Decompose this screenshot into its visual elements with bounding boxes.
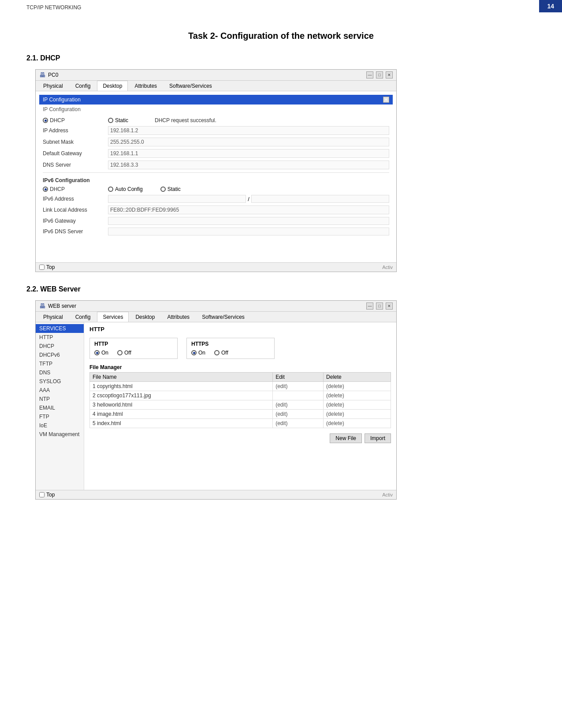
web-restore-button[interactable]: □	[376, 302, 383, 310]
web-minimize-button[interactable]: ―	[366, 302, 373, 310]
sidebar-item-services[interactable]: SERVICES	[36, 324, 84, 333]
ipv6-dns-value[interactable]	[108, 228, 389, 235]
dhcp-radio[interactable]	[43, 118, 48, 123]
top-checkbox[interactable]	[39, 265, 45, 270]
tab-physical[interactable]: Physical	[37, 81, 69, 91]
dhcp-option: DHCP	[43, 117, 104, 123]
sidebar-item-email[interactable]: EMAIL	[36, 403, 84, 412]
https-off-radio[interactable]	[214, 350, 220, 355]
sidebar-item-ftp[interactable]: FTP	[36, 412, 84, 421]
table-row: 3 helloworld.html(edit)(delete)	[90, 400, 391, 410]
file-delete-cell[interactable]: (delete)	[324, 419, 391, 428]
main-title: Task 2- Configuration of the network ser…	[26, 31, 536, 41]
sidebar-item-tftp[interactable]: TFTP	[36, 359, 84, 368]
minimize-button[interactable]: ―	[366, 71, 373, 78]
web-tab-services[interactable]: Services	[97, 312, 129, 322]
file-edit-cell[interactable]: (edit)	[273, 410, 324, 419]
file-table: File Name Edit Delete 1 copyrights.html(…	[89, 372, 391, 428]
http-off-radio[interactable]	[117, 350, 123, 355]
ip-address-value[interactable]: 192.168.1.2	[108, 126, 389, 135]
table-row: 5 index.html(edit)(delete)	[90, 419, 391, 428]
file-delete-cell[interactable]: (delete)	[324, 400, 391, 410]
web-tab-desktop[interactable]: Desktop	[130, 312, 160, 322]
tab-config[interactable]: Config	[70, 81, 97, 91]
file-edit-cell[interactable]: (edit)	[273, 400, 324, 410]
sidebar-item-syslog[interactable]: SYSLOG	[36, 377, 84, 386]
top-checkbox-container: Top	[39, 264, 55, 270]
tab-attributes[interactable]: Attributes	[129, 81, 163, 91]
file-edit-cell[interactable]: (edit)	[273, 419, 324, 428]
pc0-window: 🖶 PC0 ― □ ✕ Physical Config Desktop Attr…	[35, 69, 397, 272]
ipv6-prefix-value[interactable]	[251, 195, 389, 203]
dns-server-value[interactable]: 192.168.3.3	[108, 161, 389, 169]
https-off-option: Off	[214, 350, 228, 356]
http-on-radio[interactable]	[94, 350, 100, 355]
file-edit-cell[interactable]: (edit)	[273, 382, 324, 391]
ipv6-dhcp-radio[interactable]	[43, 187, 48, 192]
gateway-row: Default Gateway 192.168.1.1	[39, 148, 393, 159]
link-local-value[interactable]: FE80::20D:BDFF:FED9:9965	[108, 205, 389, 214]
web-title-text: WEB server	[48, 303, 76, 309]
sidebar-item-dhcpv6[interactable]: DHCPv6	[36, 351, 84, 359]
web-window-controls: ― □ ✕	[366, 302, 393, 310]
sidebar-item-aaa[interactable]: AAA	[36, 386, 84, 395]
ipv6-dhcp-option: DHCP	[43, 186, 104, 192]
http-off-label: Off	[124, 350, 131, 356]
https-on-radio[interactable]	[191, 350, 197, 355]
http-toggle-row: On Off	[94, 350, 173, 356]
web-tab-config[interactable]: Config	[70, 312, 97, 322]
ip-address-row: IP Address 192.168.1.2	[39, 125, 393, 136]
ip-config-close[interactable]: ✕	[383, 97, 389, 103]
web-tab-attributes[interactable]: Attributes	[161, 312, 195, 322]
ipv6-autoconfig-option: Auto Config	[108, 186, 143, 192]
file-delete-cell[interactable]: (delete)	[324, 391, 391, 400]
ip-config-subheader: IP Configuration	[39, 105, 393, 113]
ipv6-address-value[interactable]	[108, 195, 246, 203]
restore-button[interactable]: □	[376, 71, 383, 78]
pc0-title: PC0	[48, 72, 58, 78]
file-manager-title: File Manager	[89, 364, 391, 370]
ipv6-static-label: Static	[167, 186, 181, 192]
file-delete-cell[interactable]: (delete)	[324, 382, 391, 391]
file-name-cell: 3 helloworld.html	[90, 400, 273, 410]
subnet-mask-value[interactable]: 255.255.255.0	[108, 138, 389, 146]
sidebar-item-dhcp[interactable]: DHCP	[36, 342, 84, 351]
new-file-button[interactable]: New File	[330, 433, 362, 443]
sidebar-item-ntp[interactable]: NTP	[36, 395, 84, 403]
page-header: TCP/IP NETWORKING	[26, 4, 81, 11]
sidebar-item-ioe[interactable]: IoE	[36, 421, 84, 430]
ipv6-gateway-value[interactable]	[108, 217, 389, 225]
ipv6-gateway-row: IPv6 Gateway	[39, 216, 393, 226]
file-name-cell: 1 copyrights.html	[90, 382, 273, 391]
table-row: 2 cscoptlogo177x111.jpg(delete)	[90, 391, 391, 400]
pc0-window-controls: ― □ ✕	[366, 71, 393, 78]
sidebar-item-dns[interactable]: DNS	[36, 368, 84, 377]
ipv6-static-option: Static	[160, 186, 181, 192]
static-radio[interactable]	[108, 118, 113, 123]
http-on-label: On	[101, 350, 108, 356]
web-close-button[interactable]: ✕	[386, 302, 393, 310]
dns-server-label: DNS Server	[43, 162, 104, 168]
ipv6-dhcp-label: DHCP	[50, 186, 65, 192]
dhcp-label: DHCP	[50, 117, 65, 123]
web-active-text: Activ	[382, 492, 393, 497]
file-name-cell: 4 image.html	[90, 410, 273, 419]
sidebar-item-vm-management[interactable]: VM Management	[36, 430, 84, 439]
import-button[interactable]: Import	[365, 433, 391, 443]
sidebar-item-http[interactable]: HTTP	[36, 333, 84, 342]
tab-software-services[interactable]: Software/Services	[164, 81, 218, 91]
close-button[interactable]: ✕	[386, 71, 393, 78]
file-delete-cell[interactable]: (delete)	[324, 410, 391, 419]
ipv6-gateway-label: IPv6 Gateway	[43, 218, 104, 224]
web-tab-software[interactable]: Software/Services	[196, 312, 250, 322]
tab-desktop[interactable]: Desktop	[97, 81, 128, 91]
http-panel-title: HTTP	[89, 326, 391, 334]
gateway-value[interactable]: 192.168.1.1	[108, 149, 389, 158]
https-toggle-row: On Off	[191, 350, 270, 356]
https-on-option: On	[191, 350, 205, 356]
web-tab-physical[interactable]: Physical	[37, 312, 69, 322]
ipv6-autoconfig-radio[interactable]	[108, 187, 113, 192]
web-top-checkbox[interactable]	[39, 492, 45, 497]
ipv6-static-radio[interactable]	[160, 187, 166, 192]
pc0-body: IP Configuration ✕ IP Configuration DHCP…	[36, 91, 396, 262]
